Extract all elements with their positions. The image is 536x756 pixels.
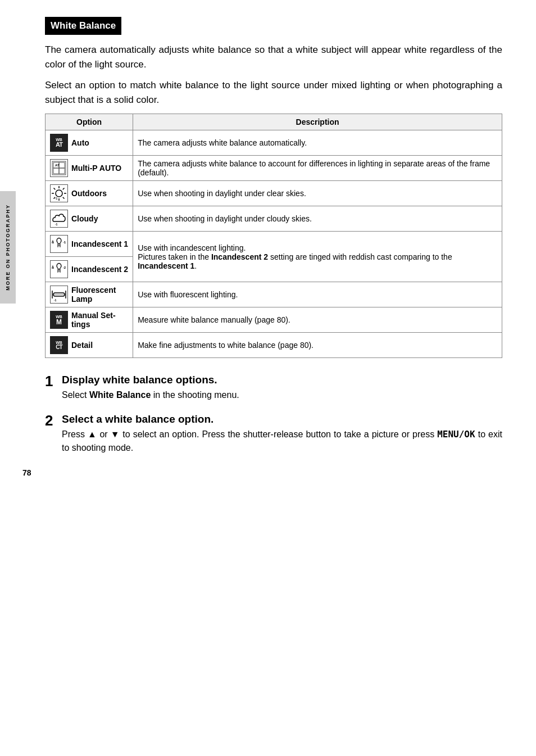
step-1: 1 Display white balance options. Select … (45, 374, 502, 402)
svg-text:·1: ·1 (55, 223, 57, 226)
page: More on Photography White Balance The ca… (0, 0, 536, 488)
desc-cloudy: Use when shooting in daylight under clou… (133, 206, 502, 232)
intro-paragraph-2: Select an option to match white balance … (45, 78, 502, 107)
option-label-manual: Manual Set-tings (71, 311, 116, 329)
step-number-1: 1 (45, 374, 56, 388)
col-header-option: Option (46, 114, 133, 130)
option-label-incand1: Incandescent 1 (71, 239, 128, 248)
svg-text:·1: ·1 (63, 241, 66, 244)
desc-incandescent: Use with incandescent lighting.Pictures … (133, 232, 502, 282)
option-label-outdoors: Outdoors (71, 189, 107, 198)
wb-multi-icon: AT (50, 159, 68, 177)
desc-outdoors: Use when shooting in daylight under clea… (133, 181, 502, 206)
step-2: 2 Select a white balance option. Press ▲… (45, 413, 502, 455)
svg-rect-17 (58, 244, 60, 246)
desc-manual: Measure white balance manually (page 80)… (133, 307, 502, 333)
wb-detail-icon: WB CT (50, 336, 68, 354)
wb-incand2-icon: å ·2 (50, 260, 68, 278)
step-number-2: 2 (45, 413, 56, 428)
option-label-auto: Auto (71, 138, 89, 147)
svg-text:·1: ·1 (54, 298, 56, 302)
table-row: WB CT Detail Make fine adjustments to wh… (46, 333, 502, 358)
table-row: ·1 Cloudy Use when shooting in daylight … (46, 206, 502, 232)
svg-text:å: å (52, 265, 54, 269)
svg-line-13 (63, 188, 65, 190)
svg-text:·2: ·2 (63, 266, 66, 269)
wb-cloudy-icon: ·1 (50, 210, 68, 228)
svg-text:å: å (52, 240, 54, 244)
table-row: ·1 Outdoors Use when shooting in dayligh… (46, 181, 502, 206)
step-1-title: Display white balance options. (62, 374, 502, 386)
svg-text:·1: ·1 (55, 197, 57, 200)
sidebar-label: More on Photography (0, 191, 16, 304)
svg-rect-22 (58, 269, 60, 271)
desc-multi: The camera adjusts white balance to acco… (133, 156, 502, 181)
option-label-incand2: Incandescent 2 (71, 265, 128, 274)
wb-outdoor-icon: ·1 (50, 184, 68, 202)
table-row: WB AT Auto The camera adjusts white bala… (46, 130, 502, 156)
step-1-content: Display white balance options. Select Wh… (62, 374, 502, 402)
table-row: å ·1 Incandescent 1 Use with incandescen… (46, 232, 502, 257)
wb-manual-icon: WB M (50, 311, 68, 329)
desc-fluor: Use with fluorescent lighting. (133, 282, 502, 307)
desc-detail: Make fine adjustments to white balance (… (133, 333, 502, 358)
step-2-title: Select a white balance option. (62, 413, 502, 425)
table-row: WB M Manual Set-tings Measure white bala… (46, 307, 502, 333)
svg-text:AT: AT (55, 164, 60, 167)
svg-point-6 (56, 190, 62, 197)
table-row: ·1 FluorescentLamp Use with fluorescent … (46, 282, 502, 307)
table-row: AT Multi-P AUTO The camera adjusts white… (46, 156, 502, 181)
option-label-fluor: FluorescentLamp (71, 286, 116, 304)
wb-auto-icon: WB AT (50, 134, 68, 152)
option-label-multi: Multi-P AUTO (71, 164, 121, 173)
wb-incand1-icon: å ·1 (50, 235, 68, 253)
wb-fluor-icon: ·1 (50, 286, 68, 304)
step-2-body: Press ▲ or ▼ to select an option. Press … (62, 428, 502, 455)
white-balance-table: Option Description WB AT Auto (45, 114, 502, 358)
step-2-content: Select a white balance option. Press ▲ o… (62, 413, 502, 455)
page-title: White Balance (45, 17, 121, 35)
svg-line-12 (63, 197, 65, 199)
svg-line-11 (54, 188, 56, 190)
option-label-cloudy: Cloudy (71, 214, 98, 223)
desc-auto: The camera adjusts white balance automat… (133, 130, 502, 156)
option-label-detail: Detail (71, 341, 93, 350)
page-number: 78 (22, 468, 31, 477)
intro-paragraph-1: The camera automatically adjusts white b… (45, 43, 502, 71)
step-1-body: Select White Balance in the shooting men… (62, 388, 502, 402)
col-header-description: Description (133, 114, 502, 130)
